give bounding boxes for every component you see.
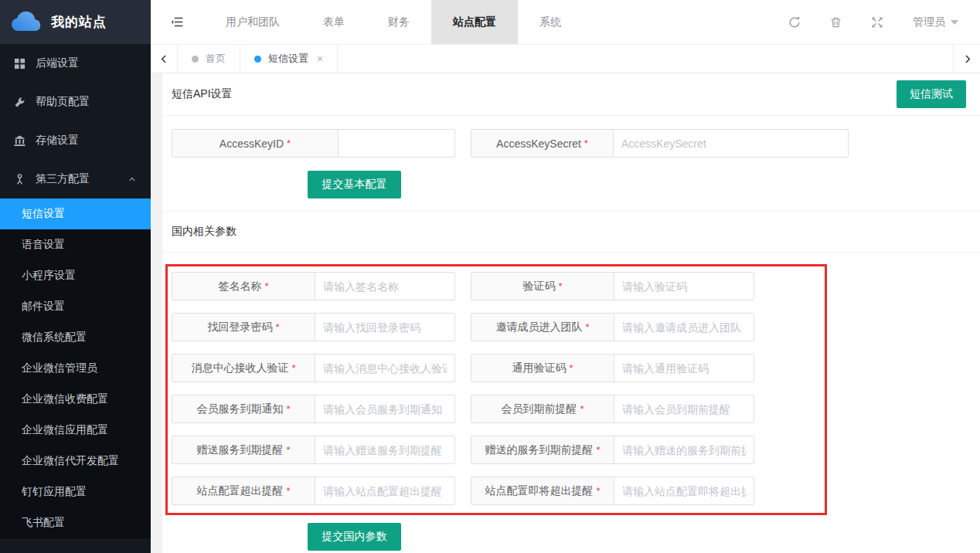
site-config-exceeded-reminder-input[interactable]: [315, 477, 455, 505]
field-label: 找回登录密码*: [172, 313, 315, 341]
signature-name-input[interactable]: [315, 272, 455, 300]
membership-expiry-notice-input[interactable]: [315, 395, 455, 423]
accesskeysecret-input[interactable]: [613, 129, 849, 158]
field-label: 邀请成员进入团队*: [471, 313, 614, 341]
form-row: 站点配置超出提醒* 站点配置即将超出提醒*: [172, 477, 825, 505]
sidebar-subitem-wecom-billing-config[interactable]: 企业微信收费配置: [0, 384, 151, 415]
membership-pre-expiry-reminder-input[interactable]: [614, 395, 754, 423]
required-mark: *: [286, 444, 290, 456]
required-mark: *: [580, 403, 584, 415]
form-field: 找回登录密码*: [172, 313, 455, 341]
form-field: 会员服务到期通知*: [172, 395, 455, 423]
subitem-label: 语音设置: [22, 238, 65, 252]
content-wrapper: 短信API设置 短信测试 AccessKeyID * AccessKe: [151, 73, 980, 553]
submit-domestic-params-button[interactable]: 提交国内参数: [308, 523, 401, 551]
sidebar-item-storage-settings[interactable]: 存储设置: [0, 121, 151, 160]
tab-sms-settings[interactable]: 短信设置 ×: [240, 45, 338, 73]
subitem-label: 企业微信收费配置: [22, 392, 108, 406]
sms-test-button[interactable]: 短信测试: [897, 80, 966, 108]
nav-item-site-config[interactable]: 站点配置: [431, 0, 518, 44]
sidebar-subitem-mail-settings[interactable]: 邮件设置: [0, 291, 151, 322]
sidebar-logo[interactable]: 我的站点: [0, 0, 151, 44]
form-field: 赠送服务到期提醒*: [172, 436, 455, 464]
form-row: 会员服务到期通知* 会员到期前提醒*: [172, 395, 825, 423]
required-mark: *: [584, 137, 588, 149]
person-icon: [14, 173, 26, 185]
top-navbar: 用户和团队 表单 财务 站点配置 系统: [151, 0, 980, 44]
sidebar-subitem-dingtalk-app-config[interactable]: 钉钉应用配置: [0, 477, 151, 507]
form-field: 消息中心接收人验证*: [172, 354, 455, 382]
gift-service-pre-expiry-reminder-input[interactable]: [614, 436, 754, 464]
tabs-scroll-left-icon[interactable]: [151, 45, 178, 73]
field-label-text: 会员到期前提醒: [501, 402, 577, 416]
menu-fold-icon[interactable]: [151, 0, 204, 44]
admin-dropdown[interactable]: 管理员: [913, 15, 958, 29]
nav-item-system[interactable]: 系统: [518, 0, 583, 44]
nav-item-finance[interactable]: 财务: [366, 0, 431, 44]
sidebar-subitem-miniprogram-settings[interactable]: 小程序设置: [0, 260, 151, 291]
fullscreen-icon[interactable]: [871, 16, 883, 29]
main-content: 短信API设置 短信测试 AccessKeyID * AccessKe: [162, 73, 980, 553]
sidebar-item-backend-settings[interactable]: 后端设置: [0, 44, 151, 83]
general-verification-code-input[interactable]: [614, 354, 754, 382]
password-recovery-input[interactable]: [315, 313, 455, 341]
accesskeyid-input[interactable]: [338, 129, 455, 158]
tab-home[interactable]: 首页: [178, 45, 240, 73]
gift-service-expiry-reminder-input[interactable]: [315, 436, 455, 464]
sidebar-item-third-party-config[interactable]: 第三方配置: [0, 160, 151, 198]
field-label-text: 通用验证码: [512, 361, 566, 375]
field-label: 站点配置超出提醒*: [172, 477, 315, 505]
field-label: 会员服务到期通知*: [172, 395, 315, 423]
submit-basic-config-button[interactable]: 提交基本配置: [308, 171, 401, 198]
sidebar-subitem-wecom-dev-config[interactable]: 企业微信代开发配置: [0, 446, 151, 477]
sidebar-subitem-voice-settings[interactable]: 语音设置: [0, 229, 151, 260]
message-center-receiver-input[interactable]: [315, 354, 455, 382]
field-label-text: AccessKeyID: [219, 137, 284, 150]
bank-icon: [14, 134, 26, 147]
sidebar-subitem-wechat-system-config[interactable]: 微信系统配置: [0, 322, 151, 353]
grid-icon: [14, 57, 26, 70]
trash-icon[interactable]: [830, 16, 842, 29]
site-title: 我的站点: [51, 13, 107, 31]
form-row: 赠送服务到期提醒* 赠送的服务到期前提醒*: [172, 436, 825, 464]
field-label: 赠送的服务到期前提醒*: [471, 436, 614, 464]
required-mark: *: [275, 321, 279, 333]
subitem-label: 钉钉应用配置: [22, 485, 87, 499]
form-field: 赠送的服务到期前提醒*: [471, 436, 754, 464]
sidebar-subitem-wecom-app-config[interactable]: 企业微信应用配置: [0, 415, 151, 446]
subitem-label: 企业微信应用配置: [22, 423, 108, 437]
sidebar: 我的站点 后端设置 帮助页配置: [0, 0, 151, 553]
form-field: 邀请成员进入团队*: [471, 313, 754, 341]
invite-member-input[interactable]: [614, 313, 754, 341]
field-label-text: 邀请成员进入团队: [495, 321, 582, 334]
field-label: 通用验证码*: [471, 354, 614, 382]
field-label: 验证码*: [471, 272, 614, 300]
required-mark: *: [291, 362, 295, 374]
field-label-text: 赠送服务到期提醒: [196, 443, 283, 457]
tabs-scroll-right-icon[interactable]: [953, 45, 980, 73]
nav-item-users-teams[interactable]: 用户和团队: [204, 0, 301, 44]
tab-close-icon[interactable]: ×: [317, 53, 323, 65]
required-mark: *: [558, 280, 562, 292]
required-mark: *: [569, 362, 573, 374]
nav-item-forms[interactable]: 表单: [301, 0, 366, 44]
site-config-about-to-exceed-reminder-input[interactable]: [614, 477, 754, 505]
app-window: 我的站点 后端设置 帮助页配置: [0, 0, 980, 553]
sidebar-subitem-wecom-admin[interactable]: 企业微信管理员: [0, 353, 151, 384]
sidebar-subitem-sms-settings[interactable]: 短信设置: [0, 198, 151, 229]
form-field: 站点配置即将超出提醒*: [471, 477, 754, 505]
form-field: AccessKeyID *: [172, 129, 455, 158]
caret-down-icon: [951, 20, 958, 25]
required-mark: *: [287, 137, 291, 149]
sidebar-item-help-page-config[interactable]: 帮助页配置: [0, 83, 151, 121]
third-party-submenu: 短信设置 语音设置 小程序设置 邮件设置 微信系统配置 企业微信管理员 企业微信…: [0, 198, 151, 538]
field-label-text: 赠送的服务到期前提醒: [485, 443, 593, 457]
field-label: AccessKeyID *: [172, 129, 339, 158]
navbar-actions: 管理员: [788, 0, 980, 44]
form-row: 找回登录密码* 邀请成员进入团队*: [172, 313, 825, 341]
verification-code-input[interactable]: [614, 272, 754, 300]
refresh-icon[interactable]: [788, 16, 801, 29]
sidebar-subitem-feishu-config[interactable]: 飞书配置: [0, 507, 151, 538]
sidebar-item-label: 帮助页配置: [36, 95, 90, 109]
field-label: 赠送服务到期提醒*: [172, 436, 315, 464]
